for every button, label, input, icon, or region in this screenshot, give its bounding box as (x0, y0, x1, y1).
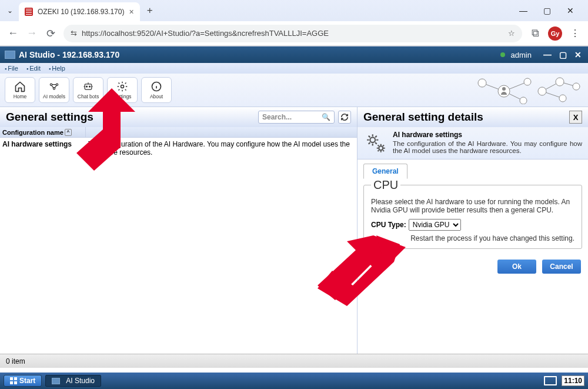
taskbar-item[interactable]: AI Studio (45, 375, 101, 387)
svg-rect-28 (14, 381, 17, 384)
fieldset-help: Please select the AI hardware to use for… (371, 198, 574, 214)
status-bar: 0 item (0, 354, 588, 368)
svg-point-4 (86, 86, 88, 87)
svg-rect-25 (10, 377, 13, 380)
browser-menu-icon[interactable]: ⋮ (569, 28, 581, 39)
toolbar-home[interactable]: Home (5, 77, 35, 103)
browser-tab[interactable]: OZEKI 10 (192.168.93.170) × (19, 2, 140, 21)
address-bar[interactable]: ⇆ https://localhost:9520/AI+Studio/?a=Se… (64, 25, 522, 42)
extensions-icon[interactable]: ⧉ (529, 28, 541, 39)
svg-point-21 (573, 83, 580, 90)
svg-point-20 (559, 95, 566, 102)
app-icon (5, 51, 15, 59)
start-button[interactable]: Start (4, 375, 42, 387)
tab-title: OZEKI 10 (192.168.93.170) (38, 8, 124, 16)
start-icon (10, 377, 17, 384)
tab-close-icon[interactable]: × (129, 7, 133, 16)
toolbar-ai-models-label: AI models (43, 94, 65, 99)
arrow-annotation-2 (318, 235, 406, 306)
clock: 11:10 (562, 375, 584, 386)
toolbar-about-label: About (150, 94, 163, 99)
svg-point-16 (524, 78, 531, 85)
refresh-icon (340, 113, 349, 121)
tab-dropdown[interactable]: ⌄ (5, 5, 15, 16)
svg-rect-27 (10, 381, 13, 384)
svg-point-24 (379, 146, 383, 150)
toolbar-about[interactable]: About (141, 77, 172, 103)
profile-avatar[interactable]: Gy (548, 26, 562, 41)
app-title-bar: AI Studio - 192.168.93.170 admin — ▢ ✕ (0, 46, 588, 63)
close-pane-button[interactable]: X (569, 111, 582, 124)
window-maximize-icon[interactable]: ▢ (540, 6, 554, 15)
app-title-text: AI Studio - 192.168.93.170 (19, 50, 119, 59)
arrow-annotation-1 (71, 88, 141, 171)
info-icon (151, 81, 162, 92)
table-row[interactable]: AI hardware settings The configuration o… (0, 138, 357, 159)
star-icon[interactable]: ☆ (508, 29, 515, 38)
svg-point-6 (121, 85, 124, 88)
svg-point-22 (502, 87, 506, 91)
ok-button[interactable]: Ok (497, 260, 536, 274)
menu-edit[interactable]: Edit (26, 65, 41, 72)
svg-point-18 (538, 87, 546, 95)
back-button[interactable]: ← (7, 28, 19, 39)
window-minimize-icon[interactable]: — (516, 6, 530, 15)
cpu-type-label: CPU Type: (371, 221, 406, 229)
item-count: 0 item (6, 357, 25, 365)
current-user[interactable]: admin (511, 51, 532, 59)
url-text: https://localhost:9520/AI+Studio/?a=Sett… (82, 29, 503, 38)
keyboard-icon[interactable] (544, 376, 557, 385)
right-pane-heading: General setting details (363, 111, 483, 124)
app-maximize-icon[interactable]: ▢ (557, 50, 568, 59)
svg-rect-26 (14, 377, 17, 380)
search-input[interactable]: Search... 🔍 (258, 111, 335, 124)
cpu-type-select[interactable]: Nvidia GPU (409, 219, 461, 231)
menu-help[interactable]: Help (49, 65, 65, 72)
svg-point-17 (520, 97, 527, 104)
site-settings-icon[interactable]: ⇆ (71, 29, 77, 38)
gears-icon (363, 131, 388, 155)
detail-title: AI hardware settings (393, 131, 582, 139)
forward-button[interactable]: → (26, 28, 38, 39)
refresh-button[interactable] (338, 111, 351, 124)
svg-point-23 (370, 137, 375, 142)
taskbar-app-icon (52, 378, 60, 384)
toolbar-ai-models[interactable]: AI models (39, 77, 69, 103)
svg-point-5 (89, 86, 91, 87)
svg-point-14 (478, 79, 486, 87)
window-close-icon[interactable]: ✕ (563, 6, 577, 15)
search-icon[interactable]: 🔍 (322, 113, 330, 121)
svg-point-1 (56, 84, 58, 85)
detail-desc: The configuration of the AI Hardware. Yo… (393, 140, 582, 154)
home-icon (14, 81, 26, 92)
brain-icon (48, 81, 60, 92)
search-placeholder: Search... (262, 113, 292, 121)
app-minimize-icon[interactable]: — (542, 50, 553, 59)
app-close-icon[interactable]: ✕ (573, 50, 583, 59)
svg-point-0 (50, 84, 52, 85)
new-tab-button[interactable]: + (143, 5, 156, 16)
toolbar-home-label: Home (14, 94, 27, 99)
svg-point-19 (556, 78, 564, 86)
cancel-button[interactable]: Cancel (542, 260, 581, 274)
tab-general[interactable]: General (363, 164, 407, 179)
status-dot-icon (500, 52, 505, 57)
menu-file[interactable]: File (5, 65, 18, 72)
tab-favicon (25, 8, 33, 16)
fieldset-legend: CPU (371, 178, 400, 192)
svg-marker-29 (76, 88, 135, 171)
reload-button[interactable]: ⟳ (45, 28, 56, 39)
network-decoration (472, 75, 583, 104)
